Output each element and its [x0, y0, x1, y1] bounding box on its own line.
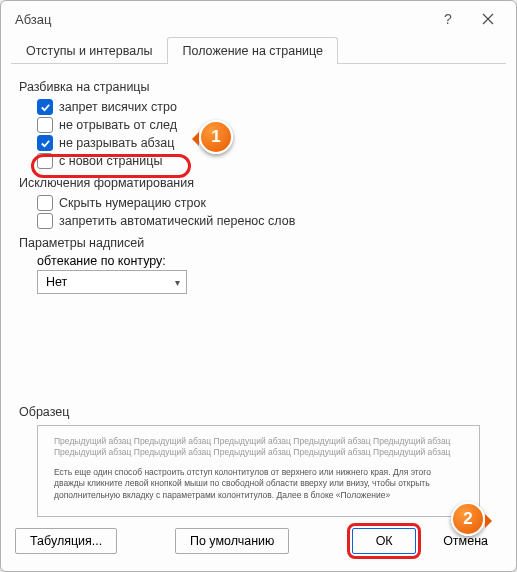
- window-title: Абзац: [15, 12, 428, 27]
- group-format-exceptions: Исключения форматирования: [19, 176, 498, 190]
- paragraph-dialog: Абзац ? Отступы и интервалы Положение на…: [0, 0, 517, 572]
- preview-sample-text: Есть еще один способ настроить отступ ко…: [54, 467, 463, 501]
- wrap-select[interactable]: Нет ▾: [37, 270, 187, 294]
- dialog-footer: Табуляция... По умолчанию ОК Отмена: [15, 523, 502, 559]
- tab-label: Отступы и интервалы: [26, 44, 152, 58]
- tab-position[interactable]: Положение на странице: [167, 37, 338, 64]
- dialog-content: Разбивка на страницы запрет висячих стро…: [1, 64, 516, 294]
- group-pagination: Разбивка на страницы: [19, 80, 498, 94]
- tab-label: Положение на странице: [182, 44, 323, 58]
- option-keep-together[interactable]: не разрывать абзац: [19, 134, 498, 152]
- checkbox[interactable]: [37, 213, 53, 229]
- tabstrip: Отступы и интервалы Положение на страниц…: [11, 37, 506, 64]
- option-label: запретить автоматический перенос слов: [59, 214, 295, 228]
- option-label: Скрыть нумерацию строк: [59, 196, 206, 210]
- preview-label: Образец: [19, 405, 69, 419]
- ok-button[interactable]: ОК: [352, 528, 416, 554]
- tab-indents[interactable]: Отступы и интервалы: [11, 37, 167, 64]
- option-suppress-line-numbers[interactable]: Скрыть нумерацию строк: [19, 194, 498, 212]
- checkbox[interactable]: [37, 117, 53, 133]
- option-label: не разрывать абзац: [59, 136, 174, 150]
- close-icon: [482, 13, 494, 25]
- annotation-badge-1: 1: [199, 120, 233, 154]
- preview-grey-text: Предыдущий абзац Предыдущий абзац Предыд…: [54, 436, 463, 459]
- chevron-down-icon: ▾: [175, 277, 180, 288]
- help-button[interactable]: ?: [428, 5, 468, 33]
- option-widow-control[interactable]: запрет висячих стро: [19, 98, 498, 116]
- default-button[interactable]: По умолчанию: [175, 528, 290, 554]
- checkbox[interactable]: [37, 135, 53, 151]
- option-no-hyphenation[interactable]: запретить автоматический перенос слов: [19, 212, 498, 230]
- checkbox[interactable]: [37, 195, 53, 211]
- annotation-highlight-1: [31, 154, 191, 178]
- option-label: не отрывать от след: [59, 118, 177, 132]
- option-keep-with-next[interactable]: не отрывать от след: [19, 116, 498, 134]
- tabs-button[interactable]: Табуляция...: [15, 528, 117, 554]
- preview-box: Предыдущий абзац Предыдущий абзац Предыд…: [37, 425, 480, 517]
- wrap-label: обтекание по контуру:: [37, 254, 498, 268]
- group-textbox-params: Параметры надписей: [19, 236, 498, 250]
- option-label: запрет висячих стро: [59, 100, 177, 114]
- checkbox[interactable]: [37, 99, 53, 115]
- titlebar: Абзац ?: [1, 1, 516, 37]
- select-value: Нет: [46, 275, 67, 289]
- annotation-badge-2: 2: [451, 502, 485, 536]
- close-button[interactable]: [468, 5, 508, 33]
- annotation-highlight-2: ОК: [347, 523, 421, 559]
